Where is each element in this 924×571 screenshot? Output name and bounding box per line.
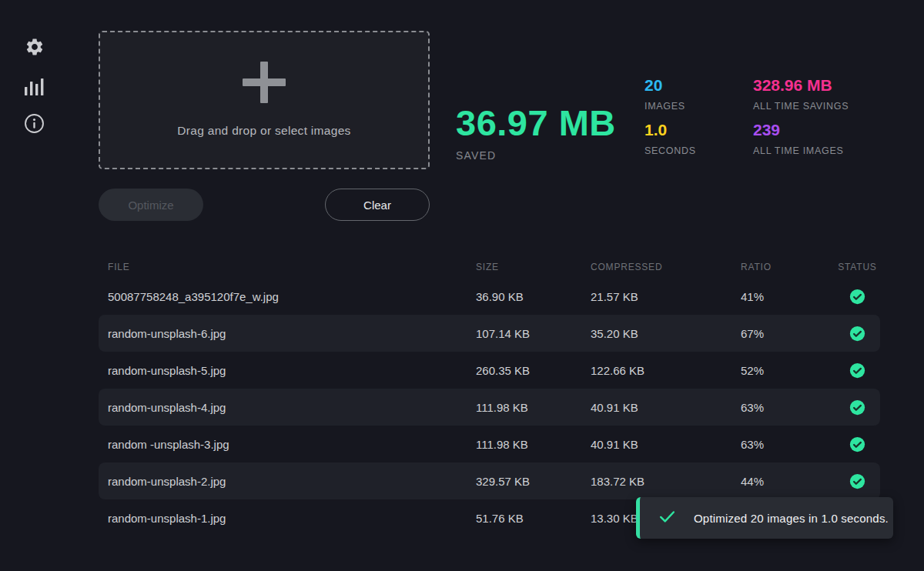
toast-notification: Optimized 20 images in 1.0 seconds. xyxy=(636,497,893,539)
stat-value: 239 xyxy=(753,121,849,139)
stat-block: 239 ALL TIME IMAGES xyxy=(753,121,849,156)
file-name: random-unsplash-1.jpg xyxy=(108,512,476,525)
optimize-button[interactable]: Optimize xyxy=(99,189,203,221)
status-cell xyxy=(835,289,880,305)
table-header: FILE SIZE COMPRESSED RATIO STATUS xyxy=(99,256,880,278)
bar-chart-icon xyxy=(24,75,45,96)
file-name: random-unsplash-6.jpg xyxy=(108,327,476,340)
header-ratio: RATIO xyxy=(741,262,835,272)
check-icon xyxy=(659,510,675,526)
status-cell xyxy=(835,436,880,452)
plus-icon xyxy=(243,62,286,103)
success-check-icon xyxy=(849,473,865,489)
file-ratio: 63% xyxy=(741,401,835,414)
status-cell xyxy=(835,399,880,416)
file-size: 329.57 KB xyxy=(476,475,591,488)
sidebar xyxy=(0,0,69,571)
info-icon xyxy=(24,113,45,134)
file-compressed: 21.57 KB xyxy=(591,290,741,303)
stat-value: 1.0 xyxy=(644,121,696,139)
success-check-icon xyxy=(849,326,865,342)
header-file: FILE xyxy=(108,262,476,272)
toast-message: Optimized 20 images in 1.0 seconds. xyxy=(694,512,889,525)
file-name: 50087758248_a395120f7e_w.jpg xyxy=(108,290,476,303)
success-check-icon xyxy=(849,362,865,379)
stat-block: 1.0 SECONDS xyxy=(644,121,696,156)
table-row: random-unsplash-6.jpg 107.14 KB 35.20 KB… xyxy=(99,315,880,352)
stat-block: 328.96 MB ALL TIME SAVINGS xyxy=(753,76,849,112)
gear-icon xyxy=(25,37,45,57)
file-compressed: 40.91 KB xyxy=(591,401,741,414)
success-check-icon xyxy=(849,436,865,452)
file-ratio: 63% xyxy=(741,438,835,451)
success-check-icon xyxy=(849,399,865,416)
table-row: random-unsplash-5.jpg 260.35 KB 122.66 K… xyxy=(99,352,880,389)
image-dropzone[interactable]: Drag and drop or select images xyxy=(99,31,430,169)
file-name: random-unsplash-2.jpg xyxy=(108,475,476,488)
file-compressed: 183.72 KB xyxy=(591,475,741,488)
stats-column-alltime: 328.96 MB ALL TIME SAVINGS 239 ALL TIME … xyxy=(753,76,849,156)
table-row: random -unsplash-3.jpg 111.98 KB 40.91 K… xyxy=(99,426,880,462)
stat-label: SECONDS xyxy=(644,145,696,156)
sidebar-item-settings[interactable] xyxy=(24,36,45,57)
stat-value: 20 xyxy=(644,76,696,95)
file-name: random -unsplash-3.jpg xyxy=(108,438,476,451)
stat-block: 20 IMAGES xyxy=(644,76,696,112)
file-table: FILE SIZE COMPRESSED RATIO STATUS 500877… xyxy=(99,256,880,536)
saved-summary: 36.97 MB SAVED xyxy=(456,105,616,162)
success-check-icon xyxy=(849,289,865,305)
file-compressed: 40.91 KB xyxy=(591,438,741,451)
clear-button[interactable]: Clear xyxy=(325,189,430,221)
file-size: 51.76 KB xyxy=(476,512,591,525)
status-cell xyxy=(835,473,880,489)
header-status: STATUS xyxy=(835,262,880,272)
file-ratio: 67% xyxy=(741,327,835,340)
header-compressed: COMPRESSED xyxy=(591,262,741,272)
sidebar-item-about[interactable] xyxy=(24,113,45,134)
file-size: 36.90 KB xyxy=(476,290,591,303)
file-name: random-unsplash-5.jpg xyxy=(108,364,476,377)
file-size: 107.14 KB xyxy=(476,327,591,340)
stat-label: IMAGES xyxy=(644,101,696,112)
table-row: random-unsplash-2.jpg 329.57 KB 183.72 K… xyxy=(99,462,880,499)
stats-column-session: 20 IMAGES 1.0 SECONDS xyxy=(644,76,696,156)
file-ratio: 52% xyxy=(741,364,835,377)
file-ratio: 41% xyxy=(741,290,835,303)
saved-label: SAVED xyxy=(456,149,616,162)
status-cell xyxy=(835,326,880,342)
table-row: random-unsplash-4.jpg 111.98 KB 40.91 KB… xyxy=(99,389,880,426)
file-compressed: 122.66 KB xyxy=(591,364,741,377)
stat-label: ALL TIME SAVINGS xyxy=(753,101,849,112)
file-size: 111.98 KB xyxy=(476,438,591,451)
saved-value: 36.97 MB xyxy=(456,105,616,141)
file-size: 111.98 KB xyxy=(476,401,591,414)
stat-value: 328.96 MB xyxy=(753,76,849,95)
file-ratio: 44% xyxy=(741,475,835,488)
header-size: SIZE xyxy=(476,262,591,272)
file-name: random-unsplash-4.jpg xyxy=(108,401,476,414)
file-size: 260.35 KB xyxy=(476,364,591,377)
status-cell xyxy=(835,362,880,379)
sidebar-item-statistics[interactable] xyxy=(24,75,45,95)
stat-label: ALL TIME IMAGES xyxy=(753,145,849,156)
dropzone-label: Drag and drop or select images xyxy=(177,124,350,138)
file-compressed: 35.20 KB xyxy=(591,327,741,340)
table-row: 50087758248_a395120f7e_w.jpg 36.90 KB 21… xyxy=(99,278,880,315)
